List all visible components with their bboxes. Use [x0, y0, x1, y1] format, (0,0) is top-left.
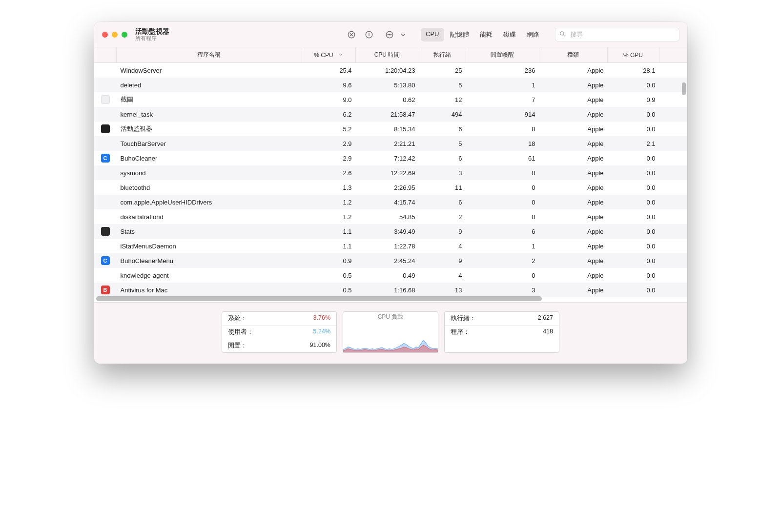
table-row[interactable]: CBuhoCleaner2.97:12.42661Apple0.0 — [94, 151, 687, 165]
threads-label: 執行緒： — [451, 314, 476, 323]
table-row[interactable]: 截圖9.00.62127Apple0.9 — [94, 92, 687, 107]
gpu-percent: 0.0 — [608, 169, 659, 177]
col-time[interactable]: CPU 時間 — [356, 47, 419, 62]
cpu-time: 2:45.24 — [356, 257, 419, 265]
process-name: 活動監視器 — [117, 124, 302, 133]
kind: Apple — [539, 82, 608, 89]
tab-能耗[interactable]: 能耗 — [475, 28, 497, 41]
svg-point-10 — [560, 31, 563, 35]
table-row[interactable]: Stats1.13:49.4996Apple0.0 — [94, 224, 687, 239]
table-row[interactable]: WindowServer25.41:20:04.2325236Apple28.1 — [94, 63, 687, 78]
process-icon — [94, 227, 117, 236]
kind: Apple — [539, 111, 608, 118]
table-row[interactable]: CBuhoCleanerMenu0.92:45.2492Apple0.0 — [94, 253, 687, 268]
kind: Apple — [539, 257, 608, 265]
table-row[interactable]: knowledge-agent0.50.4940Apple0.0 — [94, 268, 687, 283]
process-icon: C — [94, 256, 117, 265]
tab-記憶體[interactable]: 記憶體 — [445, 28, 474, 41]
table-row[interactable]: iStatMenusDaemon1.11:22.7841Apple0.0 — [94, 239, 687, 253]
gpu-percent: 0.0 — [608, 228, 659, 235]
table-row[interactable]: diskarbitrationd1.254.8520Apple0.0 — [94, 209, 687, 224]
kind: Apple — [539, 125, 608, 133]
kind: Apple — [539, 286, 608, 294]
cpu-time: 0.49 — [356, 272, 419, 279]
process-name: Stats — [117, 228, 302, 235]
table-row[interactable]: sysmond2.612:22.6930Apple0.0 — [94, 165, 687, 180]
procs-label: 程序： — [451, 328, 470, 336]
table-row[interactable]: deleted9.65:13.8051Apple0.0 — [94, 78, 687, 92]
close-button[interactable] — [102, 32, 108, 38]
titlebar: 活動監視器 所有程序 CPU記憶體能耗磁碟網路 — [94, 22, 687, 47]
cpu-percent: 0.5 — [302, 286, 356, 294]
threads-value: 2,627 — [538, 314, 553, 323]
idle-wakeups: 18 — [466, 140, 539, 147]
svg-point-9 — [390, 34, 391, 35]
cpu-time: 54.85 — [356, 213, 419, 221]
col-name[interactable]: 程序名稱 — [117, 47, 302, 62]
cpu-percent: 25.4 — [302, 67, 356, 74]
table-row[interactable]: bluetoothd1.32:26.95110Apple0.0 — [94, 180, 687, 195]
app-subtitle: 所有程序 — [135, 35, 169, 41]
table-row[interactable]: 活動監視器5.28:15.3468Apple0.0 — [94, 122, 687, 136]
process-name: BuhoCleaner — [117, 155, 302, 162]
col-cpu[interactable]: % CPU — [302, 47, 356, 62]
cpu-time: 2:26.95 — [356, 184, 419, 191]
process-icon: B — [94, 286, 117, 294]
threads: 5 — [419, 82, 466, 89]
col-kind[interactable]: 種類 — [539, 47, 608, 62]
gpu-percent: 0.0 — [608, 257, 659, 265]
table-row[interactable]: com.apple.AppleUserHIDDrivers1.24:15.746… — [94, 195, 687, 209]
chevron-down-icon[interactable] — [396, 28, 410, 41]
minimize-button[interactable] — [112, 32, 118, 38]
idle-wakeups: 3 — [466, 286, 539, 294]
kind: Apple — [539, 243, 608, 250]
gpu-percent: 0.0 — [608, 155, 659, 162]
col-gpu[interactable]: % GPU — [608, 47, 659, 62]
cpu-percent: 1.2 — [302, 199, 356, 206]
kind: Apple — [539, 155, 608, 162]
cpu-time: 4:15.74 — [356, 199, 419, 206]
tab-磁碟[interactable]: 磁碟 — [498, 28, 521, 41]
process-icon: C — [94, 154, 117, 163]
idle-wakeups: 7 — [466, 96, 539, 103]
col-icon[interactable] — [94, 47, 117, 62]
idle-wakeups: 61 — [466, 155, 539, 162]
process-name: WindowServer — [117, 67, 302, 74]
stop-process-button[interactable] — [345, 28, 358, 41]
info-button[interactable] — [362, 28, 376, 41]
col-idle-wakeups[interactable]: 閒置喚醒 — [466, 47, 539, 62]
vertical-scrollbar[interactable] — [682, 82, 686, 95]
idle-label: 閒置： — [228, 342, 247, 350]
threads: 4 — [419, 272, 466, 279]
maximize-button[interactable] — [122, 32, 127, 38]
search-field[interactable] — [555, 28, 679, 41]
idle-wakeups: 0 — [466, 199, 539, 206]
cpu-percent: 0.9 — [302, 257, 356, 265]
process-name: knowledge-agent — [117, 272, 302, 279]
threads: 13 — [419, 286, 466, 294]
more-options-button[interactable] — [383, 28, 396, 41]
gpu-percent: 0.0 — [608, 272, 659, 279]
col-threads[interactable]: 執行緒 — [419, 47, 466, 62]
tab-網路[interactable]: 網路 — [522, 28, 544, 41]
process-table[interactable]: WindowServer25.41:20:04.2325236Apple28.1… — [94, 63, 687, 302]
cpu-load-chart — [343, 322, 438, 352]
cpu-time: 5:13.80 — [356, 82, 419, 89]
horizontal-scrollbar[interactable] — [94, 295, 678, 302]
gpu-percent: 0.0 — [608, 243, 659, 250]
tab-CPU[interactable]: CPU — [421, 28, 444, 41]
cpu-time: 0.62 — [356, 96, 419, 103]
cpu-percent: 6.2 — [302, 111, 356, 118]
footer: 系統： 3.76% 使用者： 5.24% 閒置： 91.00% CPU 負載 執… — [94, 302, 687, 364]
kind: Apple — [539, 213, 608, 221]
cpu-percent: 1.1 — [302, 228, 356, 235]
kind: Apple — [539, 184, 608, 191]
threads: 12 — [419, 96, 466, 103]
window-controls — [102, 32, 127, 38]
cpu-time: 8:15.34 — [356, 125, 419, 133]
process-name: Antivirus for Mac — [117, 286, 302, 294]
cpu-percent: 1.3 — [302, 184, 356, 191]
search-input[interactable] — [555, 28, 679, 41]
table-row[interactable]: TouchBarServer2.92:21.21518Apple2.1 — [94, 136, 687, 151]
table-row[interactable]: kernel_task6.221:58.47494914Apple0.0 — [94, 107, 687, 122]
